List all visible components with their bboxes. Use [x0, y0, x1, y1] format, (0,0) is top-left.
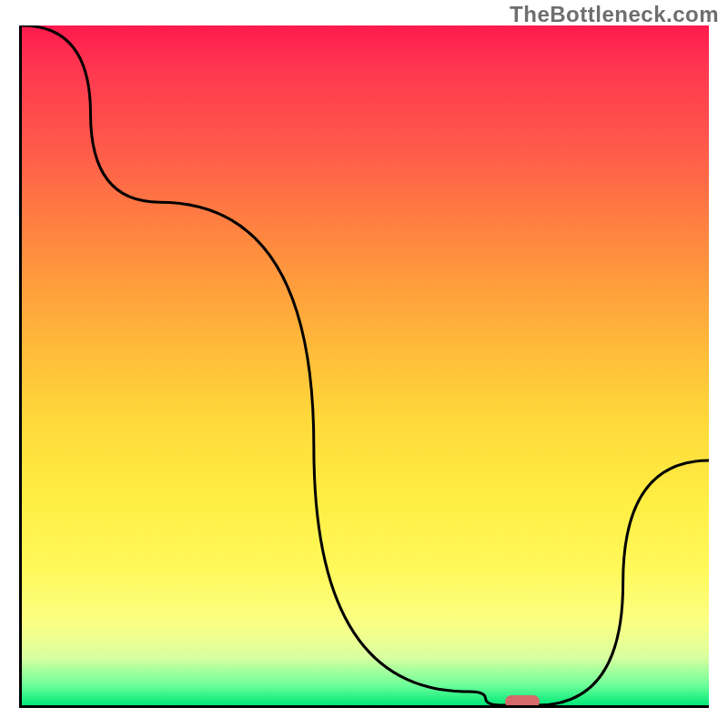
curve-svg	[22, 25, 709, 705]
chart-container: TheBottleneck.com	[0, 0, 728, 728]
optimal-marker	[505, 695, 540, 708]
watermark-text: TheBottleneck.com	[510, 2, 719, 27]
plot-area	[19, 25, 709, 708]
curve-path	[22, 25, 709, 705]
